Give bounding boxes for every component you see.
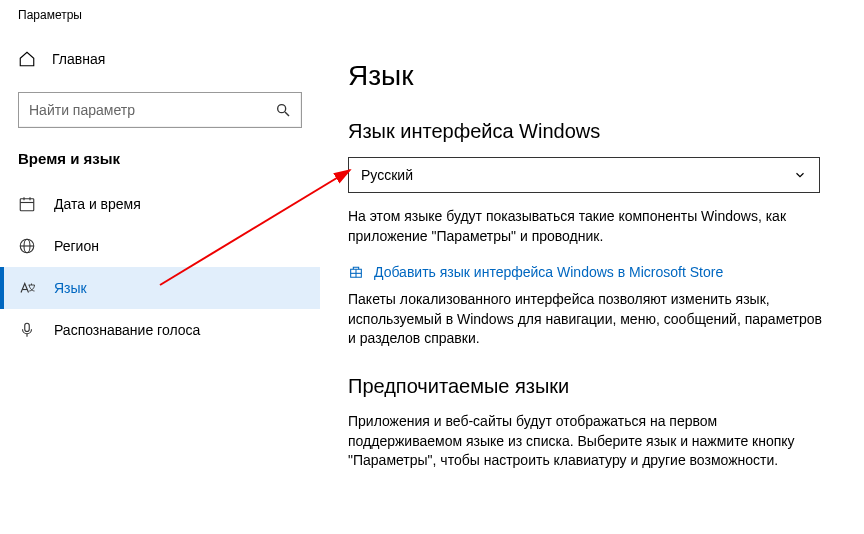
globe-icon [18, 237, 36, 255]
home-icon [18, 50, 36, 68]
dropdown-value: Русский [361, 167, 413, 183]
home-label: Главная [52, 51, 105, 67]
svg-line-1 [285, 112, 289, 116]
language-packs-description: Пакеты локализованного интерфейса позвол… [348, 290, 828, 349]
sidebar-item-label: Распознавание голоса [54, 322, 200, 338]
sidebar-item-region[interactable]: Регион [0, 225, 320, 267]
section-preferred-languages: Предпочитаемые языки [348, 375, 832, 398]
sidebar: Главная Время и язык Дата и время [0, 30, 320, 534]
store-icon [348, 264, 364, 280]
calendar-icon [18, 195, 36, 213]
content-pane: Язык Язык интерфейса Windows Русский На … [320, 30, 864, 534]
chevron-down-icon [793, 168, 807, 182]
preferred-languages-description: Приложения и веб-сайты будут отображатьс… [348, 412, 828, 471]
display-language-dropdown[interactable]: Русский [348, 157, 820, 193]
window-title: Параметры [0, 0, 864, 30]
store-link-label: Добавить язык интерфейса Windows в Micro… [374, 264, 723, 280]
microphone-icon [18, 321, 36, 339]
svg-rect-2 [20, 199, 34, 211]
search-icon [275, 102, 291, 118]
sidebar-item-label: Язык [54, 280, 87, 296]
search-input[interactable] [29, 102, 275, 118]
svg-point-0 [278, 105, 286, 113]
sidebar-item-label: Регион [54, 238, 99, 254]
sidebar-item-label: Дата и время [54, 196, 141, 212]
search-box[interactable] [18, 92, 302, 128]
add-language-store-link[interactable]: Добавить язык интерфейса Windows в Micro… [348, 264, 832, 280]
sidebar-item-datetime[interactable]: Дата и время [0, 183, 320, 225]
page-title: Язык [348, 60, 832, 92]
language-icon [18, 279, 36, 297]
category-title: Время и язык [0, 150, 320, 183]
display-language-description: На этом языке будут показываться такие к… [348, 207, 828, 246]
section-display-language: Язык интерфейса Windows [348, 120, 832, 143]
svg-rect-10 [25, 323, 30, 331]
sidebar-item-speech[interactable]: Распознавание голоса [0, 309, 320, 351]
home-nav[interactable]: Главная [18, 40, 302, 78]
sidebar-item-language[interactable]: Язык [0, 267, 320, 309]
